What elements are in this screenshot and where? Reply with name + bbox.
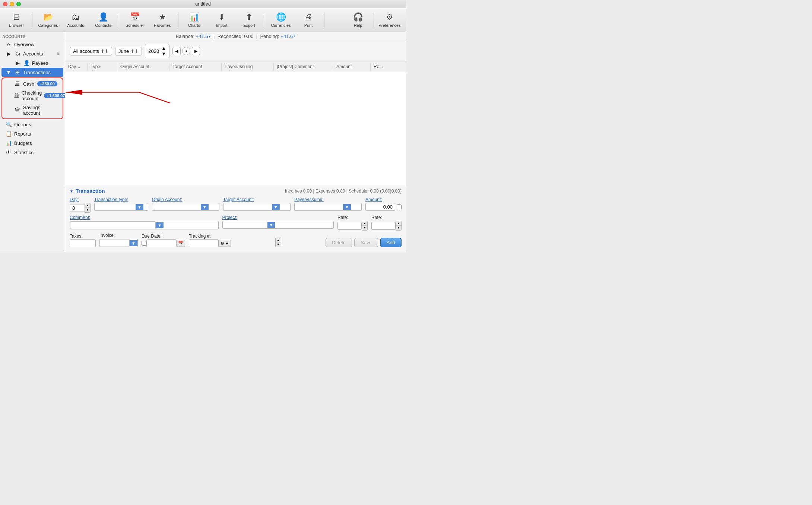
sidebar-item-queries[interactable]: 🔍 Queries (1, 120, 63, 129)
maximize-button[interactable] (16, 2, 21, 6)
th-day[interactable]: Day ▲ (65, 63, 88, 70)
toolbar-export[interactable]: ⬆ Export (236, 10, 263, 31)
toolbar-print[interactable]: 🖨 Print (295, 10, 322, 31)
rate1-down[interactable]: ▼ (362, 226, 367, 230)
toolbar-scheduler[interactable]: 📅 Scheduler (121, 10, 148, 31)
origin-account-select[interactable] (152, 203, 201, 210)
payee-select[interactable] (295, 203, 343, 210)
tracking-settings-button[interactable]: ⚙ ▼ (219, 240, 231, 247)
th-payee[interactable]: Payee/Issuing (222, 63, 274, 70)
th-comment[interactable]: [Project] Comment (274, 63, 333, 70)
toolbar-browser[interactable]: ⊟ Browser (3, 10, 30, 31)
invoice-arrow[interactable]: ▼ (130, 240, 137, 246)
day-input[interactable] (70, 204, 85, 212)
day-field: Day: ▲ ▼ (70, 197, 91, 213)
sidebar-reports-label: Reports (14, 131, 60, 137)
project-select[interactable] (223, 221, 267, 228)
day-down[interactable]: ▼ (85, 208, 90, 212)
favorites-icon: ★ (159, 12, 166, 22)
rate1-input[interactable] (337, 222, 362, 230)
extra-down[interactable]: ▼ (276, 242, 281, 247)
comment-arrow[interactable]: ▼ (156, 222, 164, 228)
minimize-button[interactable] (10, 2, 14, 6)
target-account-label[interactable]: Target Account: (223, 197, 291, 202)
toolbar-charts[interactable]: 📊 Charts (181, 10, 207, 31)
prev-button[interactable]: ◀ (172, 47, 181, 55)
rate1-up[interactable]: ▲ (362, 221, 367, 226)
amount-label[interactable]: Amount: (365, 197, 402, 202)
toolbar-preferences[interactable]: ⚙ Preferences (376, 10, 403, 31)
due-date-checkbox[interactable] (142, 241, 146, 246)
tracking-input[interactable] (189, 239, 219, 247)
sidebar-item-savings[interactable]: 🏛 Savings account (4, 103, 61, 117)
toolbar-categories[interactable]: 📂 Categories (35, 10, 61, 31)
transaction-type-arrow[interactable]: ▼ (136, 204, 143, 210)
origin-account-label[interactable]: Origin Account: (152, 197, 219, 202)
sidebar-item-statistics[interactable]: 👁 Statistics (1, 148, 63, 157)
payee-arrow[interactable]: ▼ (343, 204, 351, 210)
table-container: Day ▲ Type Origin Account Target Account… (65, 61, 406, 185)
delete-button[interactable]: Delete (326, 238, 352, 247)
th-origin[interactable]: Origin Account (117, 63, 169, 70)
add-button[interactable]: Add (380, 238, 402, 247)
extra-up[interactable]: ▲ (276, 238, 281, 242)
origin-account-arrow[interactable]: ▼ (201, 204, 209, 210)
day-label[interactable]: Day: (70, 197, 91, 202)
checking-bank-icon: 🏛 (14, 93, 19, 99)
year-filter[interactable]: 2020 ▲▼ (145, 44, 169, 58)
amount-input[interactable] (365, 203, 395, 211)
extra-stepper[interactable]: ▲ ▼ (275, 238, 281, 247)
rate2-input[interactable] (371, 222, 396, 230)
rate2-up[interactable]: ▲ (396, 221, 401, 226)
amount-checkbox[interactable] (397, 204, 402, 209)
day-up[interactable]: ▲ (85, 203, 90, 208)
target-account-select[interactable] (223, 203, 272, 210)
close-button[interactable] (3, 2, 7, 6)
comment-input[interactable] (70, 221, 156, 229)
sidebar-item-payees[interactable]: ▶ 👤 Payees (1, 58, 63, 67)
due-date-calendar-button[interactable]: 📅 (176, 240, 185, 247)
transaction-type-select[interactable] (95, 203, 136, 210)
payee-field: Payee/Issuing: ▼ (294, 197, 362, 211)
save-button[interactable]: Save (354, 238, 378, 247)
collapse-triangle[interactable]: ▼ (70, 189, 73, 193)
due-date-input[interactable] (146, 239, 176, 247)
account-filter[interactable]: All accounts ⬆⬇ (70, 47, 112, 55)
month-filter[interactable]: June ⬆⬇ (115, 47, 142, 55)
toolbar-import[interactable]: ⬇ Import (208, 10, 235, 31)
comment-label[interactable]: Comment: (70, 215, 219, 220)
th-amount[interactable]: Amount (333, 63, 371, 70)
target-account-arrow[interactable]: ▼ (272, 204, 280, 210)
taxes-input[interactable] (70, 239, 96, 247)
sidebar-item-transactions[interactable]: ▼ ⊞ Transactions (1, 68, 63, 77)
toolbar-contacts[interactable]: 👤 Contacts (90, 10, 117, 31)
rate2-down[interactable]: ▼ (396, 226, 401, 230)
invoice-input[interactable] (100, 239, 130, 247)
payee-label[interactable]: Payee/Issuing: (294, 197, 362, 202)
toolbar-currencies[interactable]: 🌐 Currencies (267, 10, 294, 31)
sidebar-cash-label: Cash (23, 81, 35, 87)
project-label[interactable]: Project: (222, 215, 334, 220)
transaction-type-label[interactable]: Transaction type: (94, 197, 148, 202)
rate2-stepper[interactable]: ▲ ▼ (396, 221, 402, 231)
sidebar-item-accounts[interactable]: ▶ 🗂 Accounts ⇅ (1, 49, 63, 58)
toolbar-help[interactable]: 🎧 Help (345, 10, 371, 31)
invoice-field: Invoice: ▼ (99, 233, 138, 247)
sidebar-item-budgets[interactable]: 📊 Budgets (1, 139, 63, 147)
th-re[interactable]: Re... (371, 63, 389, 70)
sidebar-item-cash[interactable]: 🏛 Cash +250.00 (4, 79, 61, 88)
sidebar-item-reports[interactable]: 📋 Reports (1, 129, 63, 138)
rate1-stepper[interactable]: ▲ ▼ (362, 221, 368, 231)
project-arrow[interactable]: ▼ (267, 222, 275, 228)
th-target[interactable]: Target Account (169, 63, 222, 70)
th-type[interactable]: Type (88, 63, 117, 70)
sidebar-item-checking[interactable]: 🏛 Checking account +1,606.07 (4, 89, 61, 103)
day-stepper[interactable]: ▲ ▼ (85, 203, 91, 213)
sidebar-item-overview[interactable]: ⌂ Overview (1, 40, 63, 49)
year-stepper[interactable]: ▲▼ (161, 45, 166, 57)
today-button[interactable]: ● (182, 47, 190, 55)
next-button[interactable]: ▶ (192, 47, 200, 55)
toolbar-accounts[interactable]: 🗂 Accounts (62, 10, 89, 31)
transaction-title: ▼ Transaction (70, 188, 105, 194)
toolbar-favorites[interactable]: ★ Favorites (149, 10, 176, 31)
